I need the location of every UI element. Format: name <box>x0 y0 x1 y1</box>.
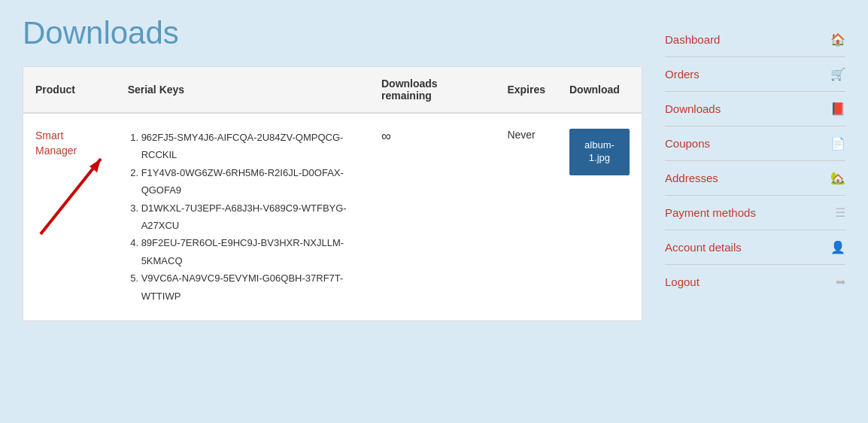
arrow-annotation <box>26 144 116 242</box>
sidebar-icon-addresses: 🏡 <box>830 171 845 185</box>
download-button[interactable]: album-1.jpg <box>569 129 630 175</box>
cell-serial-keys: 962FJ5-SMY4J6-AIFCQA-2U84ZV-QMPQCG-RCCKI… <box>116 113 369 320</box>
main-content: Downloads Product Serial Keys Downloads … <box>23 15 642 321</box>
sidebar: Dashboard🏠Orders🛒Downloads📕Coupons📄Addre… <box>665 15 845 321</box>
sidebar-item-dashboard[interactable]: Dashboard🏠 <box>665 23 845 57</box>
sidebar-icon-downloads: 📕 <box>830 102 845 116</box>
page-title: Downloads <box>23 15 642 51</box>
col-download: Download <box>557 67 642 113</box>
sidebar-label-orders: Orders <box>665 68 824 81</box>
sidebar-label-logout: Logout <box>665 275 830 288</box>
page-wrapper: Downloads Product Serial Keys Downloads … <box>0 0 868 336</box>
sidebar-item-coupons[interactable]: Coupons📄 <box>665 126 845 161</box>
sidebar-icon-coupons: 📄 <box>830 136 845 151</box>
table-row: Smart Manager962FJ5-SMY4J6-AIFCQA-2U84ZV… <box>23 113 642 320</box>
sidebar-icon-logout: ➡ <box>836 275 845 289</box>
svg-line-0 <box>41 159 101 234</box>
serial-key-item: 962FJ5-SMY4J6-AIFCQA-2U84ZV-QMPQCG-RCCKI… <box>141 129 357 164</box>
col-product: Product <box>23 67 116 113</box>
col-downloads-remaining: Downloads remaining <box>369 67 495 113</box>
sidebar-label-downloads: Downloads <box>665 102 824 115</box>
sidebar-icon-dashboard: 🏠 <box>830 32 845 47</box>
cell-expires: Never <box>495 113 557 320</box>
sidebar-item-addresses[interactable]: Addresses🏡 <box>665 161 845 196</box>
sidebar-icon-account-details: 👤 <box>830 240 845 254</box>
sidebar-label-addresses: Addresses <box>665 172 824 184</box>
sidebar-label-coupons: Coupons <box>665 137 824 150</box>
serial-key-item: D1WKXL-7U3EPF-A68J3H-V689C9-WTFBYG-A27XC… <box>141 199 357 235</box>
sidebar-label-payment-methods: Payment methods <box>665 206 829 219</box>
serial-key-item: F1Y4V8-0WG6ZW-6RH5M6-R2I6JL-D0OFAX-QGOFA… <box>141 164 357 199</box>
serial-key-item: 89F2EU-7ER6OL-E9HC9J-BV3HXR-NXJLLM-5KMAC… <box>141 234 357 269</box>
downloads-table: Product Serial Keys Downloads remaining … <box>23 67 642 321</box>
sidebar-item-orders[interactable]: Orders🛒 <box>665 57 845 92</box>
infinity-symbol: ∞ <box>381 129 391 144</box>
col-expires: Expires <box>495 67 557 113</box>
sidebar-item-account-details[interactable]: Account details👤 <box>665 230 845 265</box>
sidebar-item-payment-methods[interactable]: Payment methods☰ <box>665 196 845 230</box>
sidebar-icon-orders: 🛒 <box>830 67 845 81</box>
downloads-table-wrapper: Product Serial Keys Downloads remaining … <box>23 66 642 321</box>
cell-download: album-1.jpg <box>557 113 642 320</box>
sidebar-item-downloads[interactable]: Downloads📕 <box>665 92 845 126</box>
serial-keys-list: 962FJ5-SMY4J6-AIFCQA-2U84ZV-QMPQCG-RCCKI… <box>128 129 357 305</box>
sidebar-item-logout[interactable]: Logout➡ <box>665 265 845 299</box>
sidebar-icon-payment-methods: ☰ <box>835 205 845 220</box>
table-header-row: Product Serial Keys Downloads remaining … <box>23 67 642 113</box>
sidebar-label-dashboard: Dashboard <box>665 33 824 46</box>
cell-downloads-remaining: ∞ <box>369 113 495 320</box>
sidebar-label-account-details: Account details <box>665 241 824 254</box>
col-serial-keys: Serial Keys <box>116 67 369 113</box>
serial-key-item: V9VC6A-NA9VC9-5EVYMI-G06QBH-37RF7T-WTTIW… <box>141 269 357 305</box>
